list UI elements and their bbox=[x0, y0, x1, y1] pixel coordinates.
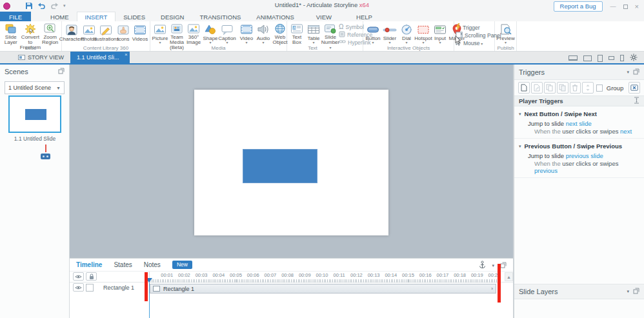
timeline-scroll-up-button[interactable]: ▲ bbox=[505, 272, 513, 281]
undo-button[interactable] bbox=[37, 2, 46, 10]
tablet-view-icon[interactable] bbox=[598, 55, 603, 62]
delete-trigger-button[interactable] bbox=[570, 82, 581, 94]
input-icon bbox=[434, 23, 447, 36]
redo-button[interactable] bbox=[50, 2, 59, 10]
tab-help[interactable]: HELP bbox=[348, 12, 380, 21]
zoom-region-button[interactable]: Zoom Region bbox=[40, 23, 60, 45]
triggers-panel-title: Triggers bbox=[519, 68, 545, 76]
table-button[interactable]: Table bbox=[305, 23, 322, 45]
team-media-button[interactable]: Team Media (Beta) bbox=[168, 23, 185, 45]
illustrations-button[interactable]: Illustrations bbox=[97, 23, 115, 45]
shape-button[interactable]: Shape bbox=[202, 23, 219, 45]
phone-portrait-view-icon[interactable] bbox=[620, 55, 624, 61]
tab-story-view[interactable]: STORY VIEW bbox=[12, 52, 70, 63]
trigger-item-next[interactable]: ▾ Next Button / Swipe Next Jump to slide… bbox=[514, 106, 644, 139]
slide-layers-popout-icon[interactable] bbox=[633, 288, 639, 295]
anchor-icon[interactable] bbox=[479, 261, 486, 270]
trigger-condition-link[interactable]: previous bbox=[534, 167, 558, 174]
tab-home[interactable]: HOME bbox=[43, 12, 77, 21]
button-button[interactable]: Button bbox=[365, 23, 381, 45]
visibility-eye-button[interactable] bbox=[73, 283, 84, 292]
tab-transitions[interactable]: TRANSITIONS bbox=[192, 12, 248, 21]
slider-icon bbox=[383, 23, 397, 36]
close-tab-icon[interactable]: × bbox=[125, 52, 128, 57]
group-checkbox[interactable] bbox=[596, 84, 603, 92]
tab-animations[interactable]: ANIMATIONS bbox=[248, 12, 301, 21]
save-button[interactable] bbox=[25, 2, 33, 10]
ruler-tick-label: 00:09 bbox=[296, 272, 313, 278]
phone-landscape-view-icon[interactable] bbox=[609, 56, 614, 60]
trigger-action-link[interactable]: previous slide bbox=[566, 152, 603, 159]
video-button[interactable]: Video bbox=[238, 23, 255, 45]
dial-button[interactable]: Dial bbox=[398, 23, 415, 45]
tab-design[interactable]: DESIGN bbox=[153, 12, 192, 21]
trigger-action-link[interactable]: next slide bbox=[566, 120, 592, 127]
restore-icon[interactable] bbox=[623, 5, 628, 9]
slide-layers-collapse-icon[interactable]: ▾ bbox=[627, 289, 629, 294]
preview-button[interactable]: Preview bbox=[496, 23, 515, 45]
timeline-panel: Timeline States Notes New ▾ 00:0100:0200… bbox=[70, 258, 513, 318]
triggers-popout-icon[interactable] bbox=[633, 68, 639, 76]
sort-triggers-icon[interactable] bbox=[634, 97, 639, 105]
report-a-bug-button[interactable]: Report a Bug bbox=[554, 1, 603, 12]
trigger-condition: When the user clicks or swipes next bbox=[514, 127, 644, 135]
toggle-all-lock-button[interactable] bbox=[86, 272, 97, 281]
tab-slides[interactable]: SLIDES bbox=[116, 12, 153, 21]
slide-thumbnail[interactable] bbox=[8, 95, 61, 133]
toggle-all-visibility-button[interactable] bbox=[73, 272, 84, 281]
minimize-icon[interactable]: — bbox=[610, 3, 616, 10]
image-360-button[interactable]: 360° Image bbox=[185, 23, 202, 45]
tab-insert[interactable]: INSERT bbox=[77, 12, 116, 21]
scene-select-dropdown[interactable]: 1 Untitled Scene ▼ bbox=[5, 81, 65, 94]
tab-slide-1-1[interactable]: 1.1 Untitled Sli... × bbox=[70, 52, 130, 63]
hotspot-button[interactable]: Hotspot bbox=[415, 23, 432, 45]
slide-number-button[interactable]: Slide Number bbox=[322, 23, 339, 45]
reorder-trigger-button[interactable] bbox=[582, 82, 594, 94]
scenes-popout-icon[interactable] bbox=[58, 68, 65, 75]
slide-canvas[interactable] bbox=[70, 65, 513, 258]
trigger-collapse-icon[interactable]: ▾ bbox=[519, 112, 521, 117]
trigger-collapse-icon[interactable]: ▾ bbox=[519, 144, 521, 149]
ruler-tick-label: 00:18 bbox=[452, 272, 468, 278]
trigger-item-previous[interactable]: ▾ Previous Button / Swipe Previous Jump … bbox=[514, 139, 644, 178]
desktop-view-icon[interactable] bbox=[583, 55, 592, 61]
tab-file[interactable]: FILE bbox=[0, 12, 31, 21]
edit-trigger-button[interactable] bbox=[531, 82, 543, 94]
tab-view[interactable]: VIEW bbox=[308, 12, 339, 21]
new-trigger-button[interactable] bbox=[518, 82, 530, 94]
timeline-popout-icon[interactable] bbox=[500, 262, 507, 270]
player-settings-gear-icon[interactable] bbox=[630, 54, 638, 63]
picture-label: Picture bbox=[152, 36, 168, 45]
quick-access-dropdown-icon[interactable]: ▾ bbox=[63, 3, 66, 8]
videos-button[interactable]: Videos bbox=[132, 23, 148, 45]
caption-button[interactable]: Caption bbox=[219, 23, 236, 45]
trigger-condition-link[interactable]: next bbox=[618, 128, 632, 135]
timeline-tab[interactable]: Timeline bbox=[76, 261, 102, 268]
paste-trigger-button[interactable] bbox=[557, 82, 569, 94]
input-button[interactable]: Input bbox=[432, 23, 448, 45]
rectangle-1-track-bar[interactable]: Rectangle 1 › bbox=[150, 284, 496, 293]
slide-stage[interactable] bbox=[194, 90, 388, 235]
convert-to-freeform-button[interactable]: Convert to Freeform bbox=[21, 23, 41, 45]
icons-button[interactable]: Icons bbox=[115, 23, 132, 45]
picture-button[interactable]: Picture bbox=[152, 23, 168, 45]
text-box-button[interactable]: A Text Box bbox=[288, 23, 305, 45]
slide-layers-title: Slide Layers bbox=[519, 288, 558, 295]
manage-variables-button[interactable] bbox=[629, 82, 640, 94]
trigger-title: Previous Button / Swipe Previous bbox=[525, 143, 623, 150]
close-icon[interactable]: × bbox=[635, 3, 639, 10]
timeline-ruler[interactable]: 00:0100:0200:0300:0400:0500:0600:0700:08… bbox=[150, 272, 497, 283]
characters-button[interactable]: Characters bbox=[63, 23, 81, 45]
states-tab[interactable]: States bbox=[114, 261, 132, 268]
rectangle-1-shape[interactable] bbox=[243, 149, 317, 183]
slide-layer-button[interactable]: Slide Layer bbox=[1, 23, 21, 45]
copy-trigger-button[interactable] bbox=[544, 82, 556, 94]
lock-checkbox[interactable] bbox=[86, 284, 94, 292]
audio-button[interactable]: Audio bbox=[255, 23, 272, 45]
slider-button[interactable]: Slider bbox=[381, 23, 398, 45]
timeline-collapse-icon[interactable]: ▾ bbox=[492, 263, 494, 268]
web-object-button[interactable]: Web Object bbox=[272, 23, 288, 45]
notes-tab[interactable]: Notes bbox=[144, 261, 161, 268]
laptop-view-icon[interactable] bbox=[569, 55, 578, 61]
triggers-collapse-icon[interactable]: ▾ bbox=[627, 70, 629, 75]
